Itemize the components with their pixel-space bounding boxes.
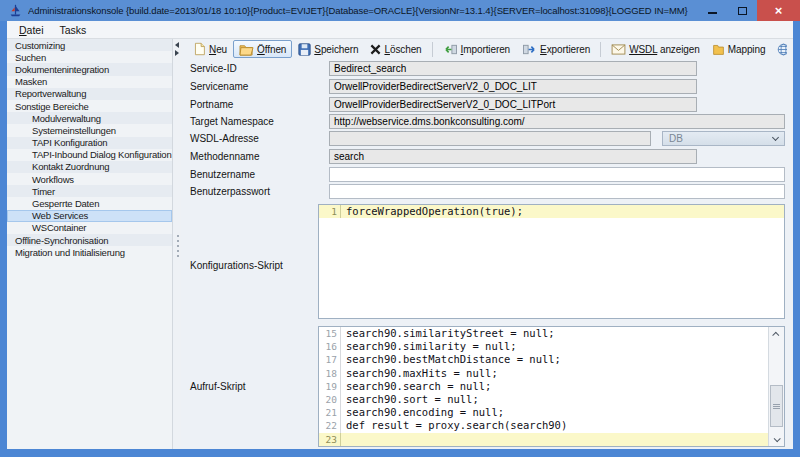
code-text: forceWrappedOperation(true);: [341, 205, 523, 218]
sidebar-item-systemeinstellungen[interactable]: Systemeinstellungen: [7, 124, 172, 136]
line-number: 22: [319, 419, 341, 432]
sidebar-item-kontakt-zuordnung[interactable]: Kontakt Zuordnung: [7, 161, 172, 173]
sidebar-item-web-services[interactable]: Web Services: [7, 210, 172, 222]
sidebar-item-suchen[interactable]: Suchen: [7, 51, 172, 63]
servicename-input[interactable]: [329, 79, 697, 94]
speichern-button[interactable]: Speichern: [292, 40, 364, 58]
sidebar-item-migration-und-initialisierung[interactable]: Migration und Initialisierung: [7, 246, 172, 258]
neu-label: Neu: [209, 44, 227, 55]
editor-scrollbar[interactable]: [768, 327, 784, 446]
exportieren-button[interactable]: Exportieren: [516, 40, 596, 58]
form-row-service-id: Service-ID: [181, 61, 793, 77]
import-icon: [443, 43, 458, 56]
close-button[interactable]: ×: [757, 0, 800, 21]
sidebar-item-dokumentenintegration[interactable]: Dokumentenintegration: [7, 63, 172, 75]
form-row-wsdl-adresse: WSDL-Adresse DB: [181, 131, 793, 147]
toolbar-separator: [432, 42, 433, 57]
wsdl-adresse-label: WSDL-Adresse: [190, 133, 259, 144]
code-text: search90.search = null;: [341, 380, 491, 393]
sidebar-item-label: Workflows: [32, 174, 74, 185]
toolbar: NeuÖffnenSpeichernLöschenImportierenExpo…: [187, 39, 787, 59]
minimize-button[interactable]: [697, 0, 727, 21]
scroll-up-button[interactable]: [769, 327, 784, 341]
line-number: 23: [319, 433, 341, 446]
oeffnen-label: Öffnen: [257, 44, 286, 55]
window-border-right: [793, 21, 800, 450]
benutzername-label: Benutzername: [190, 169, 255, 180]
test-button[interactable]: Test: [771, 40, 787, 58]
sidebar-item-gesperrte-daten[interactable]: Gesperrte Daten: [7, 197, 172, 209]
loeschen-button[interactable]: Löschen: [364, 40, 427, 58]
wsdl-anzeigen-button[interactable]: WSDL anzeigen: [605, 40, 706, 58]
menu-item-tasks[interactable]: Tasks: [52, 21, 95, 38]
scroll-down-button[interactable]: [769, 432, 784, 446]
form-row-servicename: Servicename: [181, 79, 793, 95]
methodenname-input[interactable]: [329, 149, 697, 164]
code-line: 15search90.similarityStreet = null;: [319, 327, 784, 340]
line-number: 19: [319, 380, 341, 393]
benutzername-input[interactable]: [329, 167, 785, 182]
code-line: 23: [319, 433, 784, 446]
scroll-thumb[interactable]: [770, 385, 783, 427]
sidebar-item-sonstige-bereiche[interactable]: Sonstige Bereiche: [7, 100, 172, 112]
sidebar-item-workflows[interactable]: Workflows: [7, 173, 172, 185]
neu-button[interactable]: Neu: [187, 40, 233, 58]
window-title: Administrationskonsole {build.date=2013/…: [28, 5, 697, 16]
code-text: search90.bestMatchDistance = null;: [341, 353, 561, 366]
sidebar-item-label: Customizing: [15, 40, 65, 51]
splitter[interactable]: [174, 39, 181, 449]
oeffnen-button[interactable]: Öffnen: [233, 40, 292, 58]
sidebar-item-wscontainer[interactable]: WSContainer: [7, 222, 172, 234]
portname-input[interactable]: [329, 97, 697, 112]
menu-datei-label: atei: [27, 24, 44, 36]
code-line: 16search90.similarity = null;: [319, 340, 784, 353]
target-namespace-label: Target Namespace: [190, 116, 274, 127]
code-text: search90.maxHits = null;: [341, 367, 498, 380]
sidebar-item-label: Gesperrte Daten: [32, 198, 99, 209]
app-icon: [9, 4, 22, 17]
sidebar-item-label: Reportverwaltung: [15, 88, 86, 99]
sidebar-item-offline-synchronisation[interactable]: Offline-Synchronisation: [7, 234, 172, 246]
wsdl-adresse-input[interactable]: [329, 131, 651, 146]
sidebar-item-label: Suchen: [15, 52, 46, 63]
close-icon: ×: [775, 4, 783, 17]
sidebar-item-reportverwaltung[interactable]: Reportverwaltung: [7, 88, 172, 100]
portname-label: Portname: [190, 99, 233, 110]
sidebar-item-modulverwaltung[interactable]: Modulverwaltung: [7, 112, 172, 124]
code-text: search90.similarityStreet = null;: [341, 327, 555, 340]
code-line: 19search90.search = null;: [319, 380, 784, 393]
servicename-label: Servicename: [190, 81, 248, 92]
sidebar-item-label: Migration und Initialisierung: [15, 247, 125, 258]
konfigurations-skript-editor[interactable]: 1forceWrappedOperation(true);: [318, 204, 785, 319]
sidebar-tree: CustomizingSuchenDokumentenintegrationMa…: [7, 39, 173, 449]
importieren-button[interactable]: Importieren: [437, 40, 517, 58]
loeschen-label: Löschen: [384, 44, 421, 55]
scroll-grip-icon: [773, 404, 780, 409]
sidebar-item-timer[interactable]: Timer: [7, 185, 172, 197]
line-number: 20: [319, 393, 341, 406]
sidebar-item-customizing[interactable]: Customizing: [7, 39, 172, 51]
sidebar-item-masken[interactable]: Masken: [7, 76, 172, 88]
maximize-button[interactable]: [727, 0, 757, 21]
benutzerpasswort-input[interactable]: [329, 184, 785, 199]
konfigurations-skript-label: Konfigurations-Skript: [190, 260, 283, 271]
code-text: search90.sort = null;: [341, 393, 479, 406]
code-text: def result = proxy.search(search90): [341, 419, 567, 432]
form-row-target-namespace: Target Namespace: [181, 114, 793, 130]
aufruf-skript-editor[interactable]: 15search90.similarityStreet = null;16sea…: [318, 326, 785, 447]
mapping-button[interactable]: Mapping: [706, 40, 772, 58]
service-id-input[interactable]: [329, 61, 697, 76]
menu-item-datei[interactable]: Datei: [11, 21, 52, 38]
code-text: search90.encoding = null;: [341, 406, 504, 419]
speichern-label: Speichern: [314, 44, 358, 55]
sidebar-item-tapi-konfiguration[interactable]: TAPI Konfiguration: [7, 137, 172, 149]
sidebar-item-tapi-inbound-dialog-konfiguration[interactable]: TAPI-Inbound Dialog Konfiguration: [7, 149, 172, 161]
sidebar-item-label: TAPI Konfiguration: [32, 137, 107, 148]
wsdl-source-combo[interactable]: DB: [662, 131, 785, 146]
chevron-up-icon: [772, 331, 779, 338]
code-line: 20search90.sort = null;: [319, 393, 784, 406]
sidebar-item-label: Offline-Synchronisation: [15, 235, 108, 246]
splitter-collapse-arrows-icon[interactable]: [175, 42, 179, 56]
target-namespace-input[interactable]: [329, 114, 785, 129]
menu-datei-mnemonic: D: [19, 24, 27, 36]
